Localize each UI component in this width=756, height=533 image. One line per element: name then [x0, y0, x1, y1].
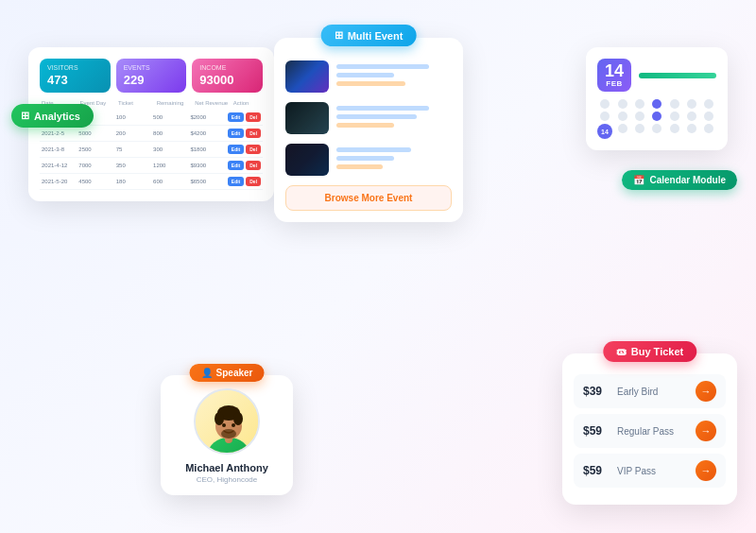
event-item-2 — [285, 102, 452, 134]
table-row: 2021-5-20 4500 180 600 $6500 Edit Del — [40, 174, 263, 190]
arrow-icon[interactable]: → — [696, 381, 716, 402]
table-row: 2021-3-8 2500 75 300 $1800 Edit Del — [40, 142, 263, 158]
event-thumbnail — [285, 144, 329, 176]
speaker-title: CEO, Highoncode — [172, 475, 282, 484]
multi-event-card: ⊞ Multi Event Browse More Event — [274, 38, 463, 222]
svg-point-6 — [215, 412, 224, 425]
calendar-icon: 📅 — [633, 175, 644, 185]
multi-event-badge: ⊞ Multi Event — [321, 25, 417, 46]
analytics-badge: ⊞ Analytics — [11, 104, 94, 128]
calendar-badge: 📅 Calendar Module — [622, 170, 737, 190]
stat-visitors: VISITORS 473 — [40, 59, 111, 93]
speaker-name: Michael Anthony — [172, 462, 282, 473]
analytics-icon: ⊞ — [21, 110, 29, 122]
stat-income: INCOME 93000 — [192, 59, 263, 93]
speaker-avatar: CIENCE — [194, 388, 260, 455]
event-thumbnail — [285, 60, 329, 93]
svg-point-8 — [222, 423, 226, 427]
ticket-option-early-bird[interactable]: $39 Early Bird → — [574, 374, 726, 408]
buy-ticket-badge: 🎟 Buy Ticket — [603, 341, 696, 362]
svg-point-9 — [232, 423, 235, 427]
calendar-grid: 14 — [597, 99, 716, 139]
calendar-date-box: 14 FEB — [597, 59, 631, 92]
event-item-3 — [285, 144, 452, 176]
buy-ticket-card: 🎟 Buy Ticket $39 Early Bird → $59 Regula… — [562, 353, 737, 505]
calendar-header: 14 FEB — [597, 59, 716, 92]
calendar-bar — [639, 73, 716, 78]
arrow-icon[interactable]: → — [696, 460, 716, 481]
analytics-stats: VISITORS 473 EVENTS 229 INCOME 93000 — [40, 59, 263, 93]
browse-more-button[interactable]: Browse More Event — [285, 185, 452, 211]
event-item-1 — [285, 60, 452, 93]
table-row: 2021-2-5 5000 200 800 $4200 Edit Del — [40, 126, 263, 142]
svg-point-7 — [233, 412, 243, 425]
ticket-option-regular-pass[interactable]: $59 Regular Pass → — [574, 414, 726, 448]
event-thumbnail — [285, 102, 329, 134]
speaker-badge: 👤 Speaker — [190, 364, 265, 382]
calendar-card: 📅 Calendar Module 14 FEB 14 — [586, 47, 728, 150]
svg-point-10 — [221, 429, 236, 438]
stat-events: EVENTS 229 — [116, 59, 187, 93]
analytics-card: ⊞ Analytics VISITORS 473 EVENTS 229 INCO… — [28, 47, 274, 201]
grid-icon: ⊞ — [335, 29, 343, 42]
ticket-option-vip-pass[interactable]: $59 VIP Pass → — [574, 454, 726, 488]
event-info — [336, 106, 452, 131]
person-icon: 👤 — [201, 368, 213, 378]
event-info — [336, 64, 452, 90]
arrow-icon[interactable]: → — [696, 421, 716, 441]
ticket-icon: 🎟 — [616, 346, 627, 357]
table-row: 2021-4-12 7000 350 1200 $9300 Edit Del — [40, 158, 263, 174]
calendar-today: 14 — [597, 124, 612, 139]
speaker-card: 👤 Speaker — [161, 375, 293, 495]
event-info — [336, 147, 452, 173]
speaker-avatar-img: CIENCE — [196, 390, 260, 455]
